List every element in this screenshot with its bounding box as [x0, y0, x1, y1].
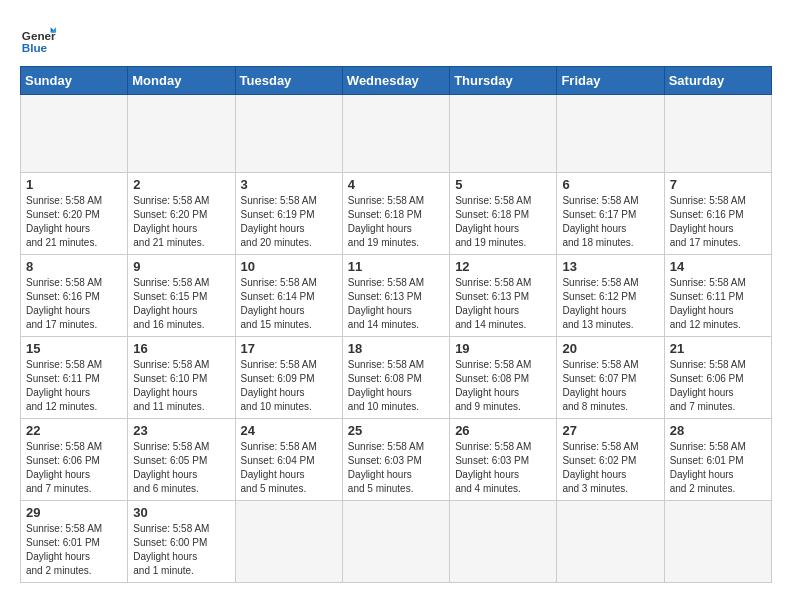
day-info: Sunrise: 5:58 AM Sunset: 6:08 PM Dayligh… [455, 358, 551, 414]
col-tuesday: Tuesday [235, 67, 342, 95]
table-row [450, 501, 557, 583]
day-number: 15 [26, 341, 122, 356]
day-info: Sunrise: 5:58 AM Sunset: 6:20 PM Dayligh… [133, 194, 229, 250]
table-row: 28 Sunrise: 5:58 AM Sunset: 6:01 PM Dayl… [664, 419, 771, 501]
col-monday: Monday [128, 67, 235, 95]
table-row [664, 95, 771, 173]
day-number: 19 [455, 341, 551, 356]
day-info: Sunrise: 5:58 AM Sunset: 6:02 PM Dayligh… [562, 440, 658, 496]
day-number: 4 [348, 177, 444, 192]
table-row: 9 Sunrise: 5:58 AM Sunset: 6:15 PM Dayli… [128, 255, 235, 337]
col-thursday: Thursday [450, 67, 557, 95]
calendar-week-row: 15 Sunrise: 5:58 AM Sunset: 6:11 PM Dayl… [21, 337, 772, 419]
calendar-week-row: 29 Sunrise: 5:58 AM Sunset: 6:01 PM Dayl… [21, 501, 772, 583]
day-info: Sunrise: 5:58 AM Sunset: 6:18 PM Dayligh… [455, 194, 551, 250]
table-row: 22 Sunrise: 5:58 AM Sunset: 6:06 PM Dayl… [21, 419, 128, 501]
table-row: 6 Sunrise: 5:58 AM Sunset: 6:17 PM Dayli… [557, 173, 664, 255]
table-row [342, 95, 449, 173]
calendar-week-row: 1 Sunrise: 5:58 AM Sunset: 6:20 PM Dayli… [21, 173, 772, 255]
logo-icon: General Blue [20, 20, 56, 56]
day-number: 2 [133, 177, 229, 192]
day-info: Sunrise: 5:58 AM Sunset: 6:13 PM Dayligh… [455, 276, 551, 332]
table-row: 20 Sunrise: 5:58 AM Sunset: 6:07 PM Dayl… [557, 337, 664, 419]
col-wednesday: Wednesday [342, 67, 449, 95]
table-row: 14 Sunrise: 5:58 AM Sunset: 6:11 PM Dayl… [664, 255, 771, 337]
day-number: 13 [562, 259, 658, 274]
day-info: Sunrise: 5:58 AM Sunset: 6:19 PM Dayligh… [241, 194, 337, 250]
table-row: 29 Sunrise: 5:58 AM Sunset: 6:01 PM Dayl… [21, 501, 128, 583]
table-row: 3 Sunrise: 5:58 AM Sunset: 6:19 PM Dayli… [235, 173, 342, 255]
day-info: Sunrise: 5:58 AM Sunset: 6:07 PM Dayligh… [562, 358, 658, 414]
table-row: 30 Sunrise: 5:58 AM Sunset: 6:00 PM Dayl… [128, 501, 235, 583]
day-number: 5 [455, 177, 551, 192]
calendar-week-row: 8 Sunrise: 5:58 AM Sunset: 6:16 PM Dayli… [21, 255, 772, 337]
day-number: 29 [26, 505, 122, 520]
day-number: 8 [26, 259, 122, 274]
day-info: Sunrise: 5:58 AM Sunset: 6:11 PM Dayligh… [26, 358, 122, 414]
day-info: Sunrise: 5:58 AM Sunset: 6:17 PM Dayligh… [562, 194, 658, 250]
day-info: Sunrise: 5:58 AM Sunset: 6:05 PM Dayligh… [133, 440, 229, 496]
day-info: Sunrise: 5:58 AM Sunset: 6:20 PM Dayligh… [26, 194, 122, 250]
day-number: 6 [562, 177, 658, 192]
table-row [664, 501, 771, 583]
day-number: 24 [241, 423, 337, 438]
day-info: Sunrise: 5:58 AM Sunset: 6:04 PM Dayligh… [241, 440, 337, 496]
table-row [557, 95, 664, 173]
day-number: 28 [670, 423, 766, 438]
day-number: 16 [133, 341, 229, 356]
table-row: 12 Sunrise: 5:58 AM Sunset: 6:13 PM Dayl… [450, 255, 557, 337]
day-number: 9 [133, 259, 229, 274]
table-row: 21 Sunrise: 5:58 AM Sunset: 6:06 PM Dayl… [664, 337, 771, 419]
calendar-week-row: 22 Sunrise: 5:58 AM Sunset: 6:06 PM Dayl… [21, 419, 772, 501]
day-number: 23 [133, 423, 229, 438]
col-sunday: Sunday [21, 67, 128, 95]
day-info: Sunrise: 5:58 AM Sunset: 6:14 PM Dayligh… [241, 276, 337, 332]
day-number: 11 [348, 259, 444, 274]
day-info: Sunrise: 5:58 AM Sunset: 6:16 PM Dayligh… [26, 276, 122, 332]
calendar-table: Sunday Monday Tuesday Wednesday Thursday… [20, 66, 772, 583]
day-info: Sunrise: 5:58 AM Sunset: 6:10 PM Dayligh… [133, 358, 229, 414]
day-number: 21 [670, 341, 766, 356]
day-info: Sunrise: 5:58 AM Sunset: 6:06 PM Dayligh… [26, 440, 122, 496]
day-info: Sunrise: 5:58 AM Sunset: 6:13 PM Dayligh… [348, 276, 444, 332]
table-row: 11 Sunrise: 5:58 AM Sunset: 6:13 PM Dayl… [342, 255, 449, 337]
day-number: 1 [26, 177, 122, 192]
table-row: 27 Sunrise: 5:58 AM Sunset: 6:02 PM Dayl… [557, 419, 664, 501]
table-row: 10 Sunrise: 5:58 AM Sunset: 6:14 PM Dayl… [235, 255, 342, 337]
day-info: Sunrise: 5:58 AM Sunset: 6:09 PM Dayligh… [241, 358, 337, 414]
table-row [342, 501, 449, 583]
day-number: 18 [348, 341, 444, 356]
day-info: Sunrise: 5:58 AM Sunset: 6:16 PM Dayligh… [670, 194, 766, 250]
table-row: 23 Sunrise: 5:58 AM Sunset: 6:05 PM Dayl… [128, 419, 235, 501]
table-row: 15 Sunrise: 5:58 AM Sunset: 6:11 PM Dayl… [21, 337, 128, 419]
table-row: 17 Sunrise: 5:58 AM Sunset: 6:09 PM Dayl… [235, 337, 342, 419]
table-row: 16 Sunrise: 5:58 AM Sunset: 6:10 PM Dayl… [128, 337, 235, 419]
col-saturday: Saturday [664, 67, 771, 95]
table-row: 26 Sunrise: 5:58 AM Sunset: 6:03 PM Dayl… [450, 419, 557, 501]
table-row: 2 Sunrise: 5:58 AM Sunset: 6:20 PM Dayli… [128, 173, 235, 255]
day-number: 22 [26, 423, 122, 438]
svg-text:Blue: Blue [22, 41, 48, 54]
table-row [235, 95, 342, 173]
table-row [128, 95, 235, 173]
table-row: 4 Sunrise: 5:58 AM Sunset: 6:18 PM Dayli… [342, 173, 449, 255]
day-info: Sunrise: 5:58 AM Sunset: 6:00 PM Dayligh… [133, 522, 229, 578]
table-row [21, 95, 128, 173]
table-row: 24 Sunrise: 5:58 AM Sunset: 6:04 PM Dayl… [235, 419, 342, 501]
table-row [450, 95, 557, 173]
day-number: 27 [562, 423, 658, 438]
table-row: 13 Sunrise: 5:58 AM Sunset: 6:12 PM Dayl… [557, 255, 664, 337]
day-number: 26 [455, 423, 551, 438]
day-number: 7 [670, 177, 766, 192]
page-header: General Blue [20, 20, 772, 56]
day-info: Sunrise: 5:58 AM Sunset: 6:12 PM Dayligh… [562, 276, 658, 332]
day-number: 30 [133, 505, 229, 520]
col-friday: Friday [557, 67, 664, 95]
day-info: Sunrise: 5:58 AM Sunset: 6:15 PM Dayligh… [133, 276, 229, 332]
day-number: 25 [348, 423, 444, 438]
day-number: 17 [241, 341, 337, 356]
day-info: Sunrise: 5:58 AM Sunset: 6:01 PM Dayligh… [26, 522, 122, 578]
table-row: 7 Sunrise: 5:58 AM Sunset: 6:16 PM Dayli… [664, 173, 771, 255]
day-number: 3 [241, 177, 337, 192]
table-row [557, 501, 664, 583]
